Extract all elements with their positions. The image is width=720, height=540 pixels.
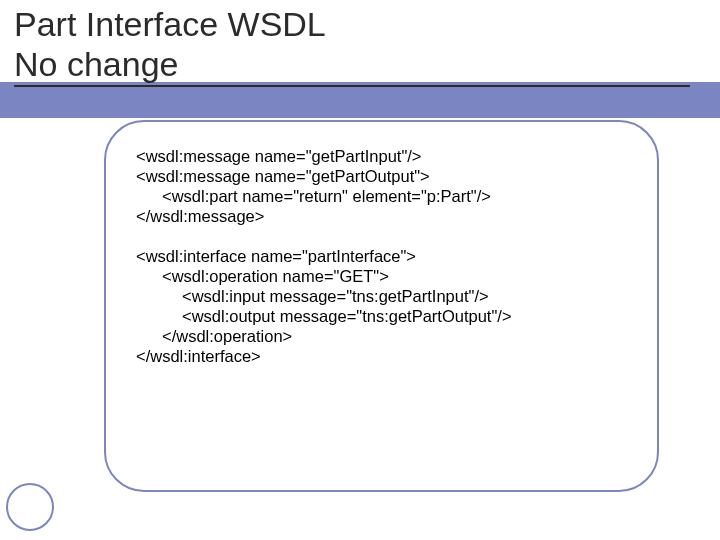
code-block-2: <wsdl:interface name="partInterface"> <w… — [136, 246, 627, 366]
title-banner — [0, 82, 720, 118]
slide-title: Part Interface WSDL No change — [14, 4, 326, 84]
title-underline — [14, 85, 690, 87]
content-box: <wsdl:message name="getPartInput"/> <wsd… — [104, 120, 659, 492]
decorative-circle — [6, 483, 54, 531]
code-block-1: <wsdl:message name="getPartInput"/> <wsd… — [136, 146, 627, 226]
